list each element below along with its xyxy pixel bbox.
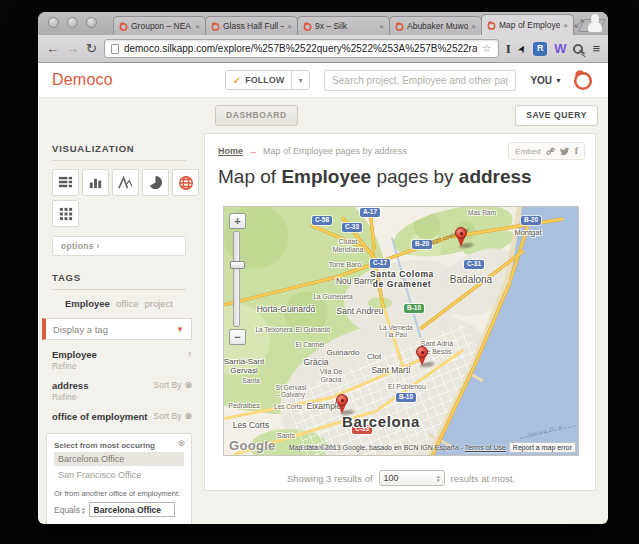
tag-refine-link[interactable]: Refine [52, 392, 88, 402]
extension-w-icon[interactable]: W [554, 42, 566, 55]
map-place-label: La Verneda i la Pau [379, 324, 412, 339]
zoom-in-button[interactable]: + [229, 213, 246, 229]
minimize-window-button[interactable] [67, 17, 78, 28]
zoom-out-button[interactable]: − [229, 329, 246, 345]
extension-i-icon[interactable]: I [506, 42, 511, 55]
map-pin-icon[interactable] [416, 346, 438, 370]
zoom-window-button[interactable] [86, 17, 97, 28]
url-text[interactable]: democo.silkapp.com/explore/%257B%2522que… [124, 43, 477, 54]
map-zoom-control: + − [229, 213, 247, 345]
tag-action-icon[interactable]: ⊗ [184, 411, 192, 421]
display-tag-dropdown[interactable]: Display a tag ▼ [42, 318, 192, 340]
tag-name: office of employment [52, 411, 148, 422]
silk-logo-icon[interactable] [572, 69, 594, 91]
map-place-label: Les Corts [274, 403, 302, 410]
bookmark-star-icon[interactable]: ☆ [482, 42, 492, 55]
display-tag-label: Display a tag [53, 324, 108, 335]
browser-tab[interactable]: Abubaker Muwong × [389, 16, 482, 35]
dashboard-button[interactable]: DASHBOARD [215, 105, 298, 126]
tag-rows: Employee Refine ↑ address Refine [52, 349, 204, 423]
search-input[interactable] [324, 70, 516, 91]
map-pin-icon[interactable] [336, 394, 358, 418]
link-icon[interactable] [546, 147, 555, 156]
tag-nav-item[interactable]: office [116, 298, 139, 309]
follow-label: FOLLOW [245, 75, 284, 85]
map-place-label: Sarria [242, 377, 259, 384]
bar-chart-icon[interactable] [82, 169, 109, 196]
pie-chart-icon[interactable] [142, 169, 169, 196]
close-window-button[interactable] [48, 17, 59, 28]
map-canvas[interactable]: Genova, IT - B C-58C-33A-17C-17B-20B-20C… [223, 206, 579, 456]
tag-nav-item[interactable]: Employee [65, 298, 110, 309]
equals-select[interactable]: Equals ▴▾ [54, 505, 85, 515]
tag-row[interactable]: office of employment Sort By ⊗ [52, 411, 192, 423]
forward-button[interactable]: → [66, 42, 79, 55]
table-icon[interactable] [52, 169, 79, 196]
tab-strip: Groupon – NEA × Glass Half Full – Sil × [38, 12, 608, 35]
sort-by-link[interactable]: Sort By [154, 411, 182, 421]
browser-tab[interactable]: 9x – Silk × [297, 16, 390, 35]
close-icon[interactable]: ⊗ [177, 438, 185, 448]
visualization-icons [52, 169, 204, 196]
follow-button[interactable]: ✓ FOLLOW ▼ [225, 70, 310, 90]
tag-action-icon[interactable]: ↑ [188, 349, 193, 359]
user-menu-label: YOU [530, 75, 552, 86]
tab-close-icon[interactable]: × [195, 22, 200, 31]
key-icon[interactable] [573, 43, 585, 55]
tab-close-icon[interactable]: × [471, 22, 476, 31]
map-pin-icon[interactable] [455, 227, 477, 251]
chevron-down-icon[interactable]: ▼ [291, 71, 309, 89]
save-query-button[interactable]: SAVE QUERY [515, 105, 598, 126]
office-value-input[interactable] [89, 502, 175, 517]
grid-icon[interactable] [52, 200, 79, 227]
browser-tab[interactable]: Glass Half Full – Sil × [205, 16, 298, 35]
extension-cursor-icon[interactable]: ➤ [516, 42, 529, 54]
tag-action-icon[interactable]: ⊗ [184, 380, 192, 390]
map-place-label: Badalona [450, 274, 492, 286]
site-logo-text[interactable]: Democo [52, 71, 113, 89]
results-count-value: 100 [384, 473, 399, 483]
tag-refine-link[interactable]: Refine [52, 361, 97, 371]
back-button[interactable]: ← [46, 42, 59, 55]
silk-favicon-icon [119, 22, 128, 31]
chrome-menu-icon[interactable]: ≡ [592, 41, 600, 56]
tab-close-icon[interactable]: × [563, 21, 568, 30]
reload-button[interactable]: ↻ [86, 42, 97, 55]
tag-nav-item[interactable]: project [144, 298, 173, 309]
sort-by-link[interactable]: Sort By [154, 380, 182, 390]
twitter-icon[interactable] [560, 147, 570, 156]
facebook-icon[interactable]: f [575, 146, 578, 156]
browser-tab[interactable]: Map of Employee pa × [481, 14, 574, 35]
tag-row[interactable]: Employee Refine ↑ [52, 349, 192, 371]
visualization-heading: VISUALIZATION [52, 143, 204, 154]
fullscreen-icon[interactable]: ⤢ [574, 17, 583, 30]
road-shield: C-31 [464, 260, 484, 269]
road-shield: B-10 [404, 304, 424, 313]
browser-tab[interactable]: Groupon – NEA × [113, 16, 206, 35]
embed-link[interactable]: Embed [515, 147, 540, 156]
tab-close-icon[interactable]: × [379, 22, 384, 31]
terms-of-use-link[interactable]: Terms of Use [465, 444, 506, 451]
line-chart-icon[interactable] [112, 169, 139, 196]
tab-close-icon[interactable]: × [287, 22, 292, 31]
zoom-slider-handle[interactable] [230, 261, 245, 269]
options-toggle[interactable]: options › [52, 236, 186, 256]
filter-option[interactable]: Barcelona Office [54, 452, 184, 466]
filter-option[interactable]: San Francisco Office [54, 468, 184, 482]
breadcrumb-current: Map of Employee pages by address [263, 146, 407, 156]
map-place-label: El Poblenou [388, 383, 426, 391]
user-menu[interactable]: YOU ▼ [530, 75, 562, 86]
extension-r-icon[interactable]: R [533, 42, 547, 56]
zoom-slider-track[interactable] [233, 231, 240, 327]
breadcrumb-home-link[interactable]: Home [218, 146, 243, 156]
report-map-error-link[interactable]: Report a map error [509, 442, 576, 453]
tag-row[interactable]: address Refine Sort By ⊗ [52, 380, 192, 402]
results-count-select[interactable]: 100 ▴▾ [379, 470, 445, 486]
silk-favicon-icon [303, 22, 312, 31]
address-bar[interactable]: democo.silkapp.com/explore/%257B%2522que… [104, 39, 499, 58]
tab-title: Glass Half Full – Sil [223, 21, 284, 31]
silk-favicon-icon [487, 21, 496, 30]
profile-silhouette-icon[interactable] [588, 14, 602, 32]
map-icon[interactable] [172, 169, 199, 196]
google-logo[interactable]: Google [229, 438, 276, 453]
